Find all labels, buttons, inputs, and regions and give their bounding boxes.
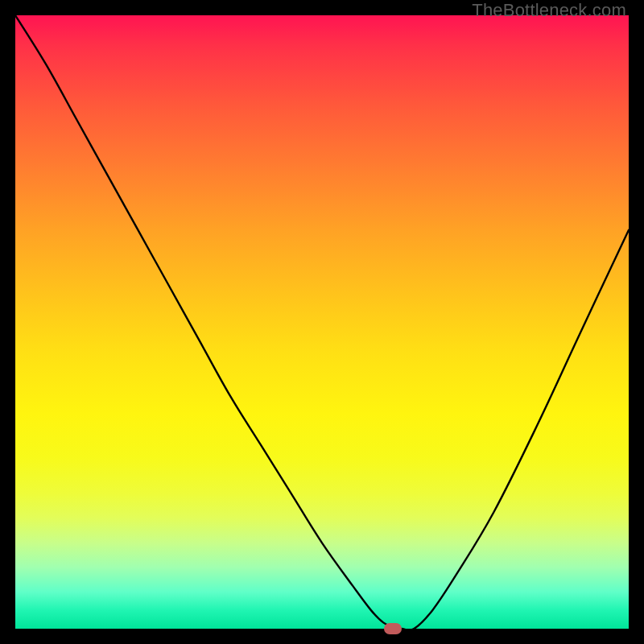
watermark-text: TheBottleneck.com (472, 0, 626, 21)
optimal-point-marker (384, 623, 402, 634)
plot-gradient-background (15, 15, 629, 629)
bottleneck-chart: TheBottleneck.com (0, 0, 644, 644)
